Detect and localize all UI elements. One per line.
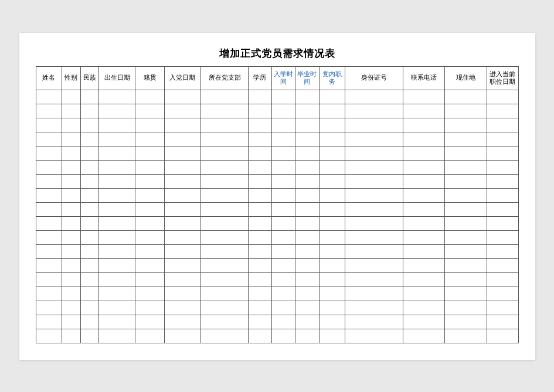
cell-join <box>164 174 201 188</box>
table-row <box>36 301 518 315</box>
cell-join <box>164 272 201 287</box>
cell-start <box>272 104 295 118</box>
cell-phone <box>403 258 445 272</box>
cell-ethnic <box>80 90 98 104</box>
cell-job <box>319 174 345 188</box>
cell-branch <box>201 146 249 160</box>
cell-branch <box>201 272 249 287</box>
cell-end <box>295 146 319 160</box>
cell-gender <box>62 174 80 188</box>
cell-id <box>345 272 403 287</box>
cell-join <box>164 287 201 301</box>
cell-ethnic <box>80 118 98 132</box>
cell-job <box>319 329 345 343</box>
cell-edu <box>248 329 271 343</box>
cell-job <box>319 230 345 244</box>
cell-join <box>164 160 201 174</box>
cell-birth <box>98 301 135 315</box>
cell-party <box>135 146 164 160</box>
cell-id <box>345 160 403 174</box>
cell-edu <box>248 146 271 160</box>
col-header-ethnic: 民族 <box>80 66 98 90</box>
table-row <box>36 287 518 301</box>
cell-end <box>295 244 319 258</box>
cell-branch <box>201 174 249 188</box>
cell-party <box>135 90 164 104</box>
cell-gender <box>62 329 80 343</box>
cell-start <box>272 118 295 132</box>
cell-branch <box>201 287 249 301</box>
cell-birth <box>98 188 135 202</box>
table-row <box>36 272 518 287</box>
cell-ethnic <box>80 202 98 216</box>
cell-edu <box>248 90 271 104</box>
cell-phone <box>403 132 445 146</box>
cell-id <box>345 216 403 230</box>
cell-branch <box>201 329 249 343</box>
col-header-branch: 所在党支部 <box>201 66 249 90</box>
cell-addr <box>445 118 487 132</box>
cell-addr <box>445 174 487 188</box>
cell-ethnic <box>80 301 98 315</box>
cell-edu <box>248 272 271 287</box>
table-row <box>36 104 518 118</box>
cell-join <box>164 258 201 272</box>
cell-name <box>36 272 62 287</box>
cell-addr <box>445 315 487 329</box>
cell-start <box>272 216 295 230</box>
cell-id <box>345 118 403 132</box>
cell-date <box>487 146 518 160</box>
cell-gender <box>62 301 80 315</box>
table-row <box>36 160 518 174</box>
col-header-id: 身份证号 <box>345 66 403 90</box>
cell-join <box>164 216 201 230</box>
cell-phone <box>403 160 445 174</box>
cell-edu <box>248 301 271 315</box>
cell-addr <box>445 258 487 272</box>
col-header-party: 籍贯 <box>135 66 164 90</box>
cell-end <box>295 188 319 202</box>
cell-job <box>319 315 345 329</box>
cell-birth <box>98 174 135 188</box>
table-row <box>36 258 518 272</box>
cell-gender <box>62 118 80 132</box>
cell-job <box>319 146 345 160</box>
cell-phone <box>403 230 445 244</box>
cell-id <box>345 244 403 258</box>
cell-edu <box>248 188 271 202</box>
cell-id <box>345 287 403 301</box>
cell-start <box>272 132 295 146</box>
cell-branch <box>201 315 249 329</box>
cell-gender <box>62 216 80 230</box>
cell-phone <box>403 202 445 216</box>
cell-id <box>345 132 403 146</box>
cell-addr <box>445 230 487 244</box>
cell-id <box>345 329 403 343</box>
cell-phone <box>403 118 445 132</box>
cell-id <box>345 202 403 216</box>
cell-job <box>319 272 345 287</box>
cell-birth <box>98 202 135 216</box>
cell-phone <box>403 188 445 202</box>
cell-phone <box>403 90 445 104</box>
cell-date <box>487 90 518 104</box>
cell-name <box>36 216 62 230</box>
table-row <box>36 202 518 216</box>
cell-join <box>164 202 201 216</box>
page-title: 增加正式党员需求情况表 <box>36 47 519 60</box>
col-header-job: 党内职务 <box>319 66 345 90</box>
cell-party <box>135 216 164 230</box>
cell-addr <box>445 104 487 118</box>
cell-end <box>295 202 319 216</box>
cell-name <box>36 230 62 244</box>
cell-end <box>295 104 319 118</box>
cell-gender <box>62 258 80 272</box>
cell-job <box>319 301 345 315</box>
table-row <box>36 216 518 230</box>
cell-date <box>487 104 518 118</box>
cell-party <box>135 202 164 216</box>
cell-job <box>319 216 345 230</box>
cell-birth <box>98 160 135 174</box>
cell-gender <box>62 132 80 146</box>
cell-date <box>487 272 518 287</box>
